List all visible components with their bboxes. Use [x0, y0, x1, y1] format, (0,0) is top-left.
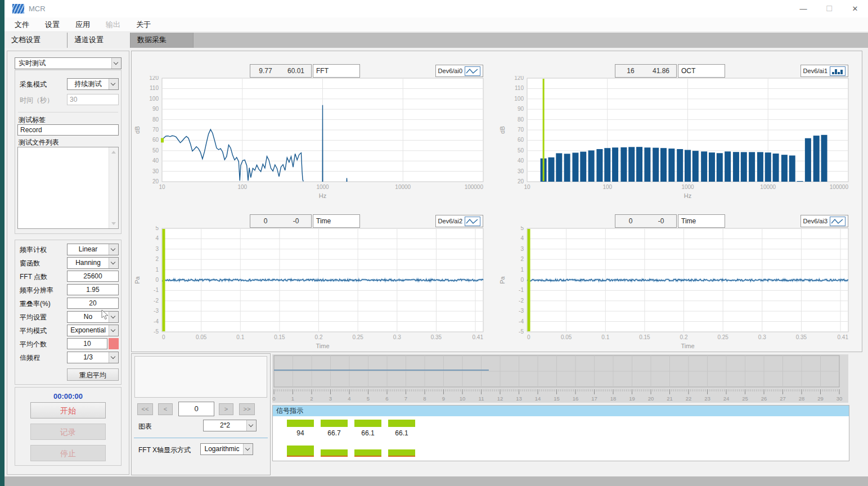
cursor-readout-value_a: 9.77: [250, 65, 281, 77]
average-setting-select[interactable]: No: [67, 311, 119, 323]
signal-level-value: 94: [287, 429, 314, 437]
svg-text:80: 80: [518, 116, 524, 123]
prev-page-button[interactable]: <: [158, 403, 173, 415]
svg-text:0: 0: [155, 277, 159, 283]
chart-layout-select[interactable]: 2*2: [203, 420, 257, 431]
tab-数据采集[interactable]: 数据采集: [131, 33, 194, 48]
menu-item-关于[interactable]: 关于: [128, 17, 159, 32]
duration-input[interactable]: [67, 94, 119, 105]
record-timeline[interactable]: 0123456789101112131415161718192021222324…: [272, 354, 848, 405]
acq-mode-select[interactable]: 持续测试: [67, 78, 119, 90]
time-ai3-chart-canvas[interactable]: -5-4-3-2-101234500.050.10.150.20.250.30.…: [497, 226, 862, 350]
window-function-select[interactable]: Hanning: [67, 257, 119, 269]
svg-text:100000: 100000: [465, 184, 484, 190]
tab-文档设置[interactable]: 文档设置: [5, 33, 68, 48]
svg-text:21: 21: [667, 395, 673, 402]
freq-weighting-select[interactable]: Linear: [67, 244, 119, 255]
chevron-down-icon[interactable]: [109, 325, 118, 336]
page-number-box[interactable]: 0: [178, 402, 214, 416]
first-page-button[interactable]: <<: [137, 403, 153, 415]
chevron-down-icon[interactable]: [109, 258, 118, 268]
signal-presence-bar: [388, 420, 415, 427]
stop-button[interactable]: 停止: [30, 445, 106, 461]
chevron-down-icon[interactable]: [109, 244, 118, 255]
bar-icon: [830, 66, 845, 76]
chevron-down-icon[interactable]: [109, 79, 118, 89]
average-mode-select[interactable]: Exponential: [67, 325, 119, 336]
freq-resolution-input[interactable]: [67, 284, 119, 295]
record-button[interactable]: 记录: [30, 424, 106, 440]
start-button[interactable]: 开始: [30, 402, 106, 418]
average-mode-label: 平均模式: [20, 326, 47, 336]
next-page-button[interactable]: >: [219, 403, 233, 415]
cursor-marker: [161, 138, 164, 142]
menu-item-设置[interactable]: 设置: [37, 17, 68, 32]
tab-通道设置[interactable]: 通道设置: [68, 33, 131, 48]
svg-text:24: 24: [723, 395, 730, 402]
time-ai2-chart-canvas[interactable]: -5-4-3-2-101234500.050.10.150.20.250.30.…: [132, 226, 497, 350]
file-list-label: 测试文件列表: [19, 138, 59, 147]
signal-level-bar: [321, 449, 348, 457]
svg-text:0: 0: [272, 395, 275, 402]
svg-text:0.2: 0.2: [680, 334, 688, 340]
test-mode-value: 实时测试: [15, 58, 111, 69]
maximize-button[interactable]: ☐: [816, 0, 842, 17]
cursor-readout-value_b: 60.01: [281, 65, 311, 77]
oct-chart-canvas[interactable]: 2030405060708090100110120101001000100001…: [497, 76, 862, 200]
test-mode-select[interactable]: 实时测试: [15, 57, 122, 69]
signal-level-value: 66.1: [388, 429, 415, 437]
oct-bar: [677, 149, 683, 182]
param-row-window-function: 窗函数Hanning: [15, 257, 121, 269]
average-setting-label: 平均设置: [20, 313, 47, 322]
scroll-up-icon[interactable]: [111, 151, 116, 154]
svg-text:10: 10: [524, 184, 530, 190]
restart-average-button[interactable]: 重启平均: [67, 368, 119, 381]
oct-bar: [572, 152, 578, 182]
test-file-list[interactable]: [17, 147, 119, 229]
channel-selector[interactable]: Dev6/ai0: [435, 65, 483, 77]
cursor-readout-value_a: 16: [615, 65, 646, 77]
scroll-down-icon[interactable]: [111, 222, 116, 225]
last-page-button[interactable]: >>: [239, 403, 255, 415]
scrollbar[interactable]: [109, 147, 118, 228]
fft-points-input[interactable]: [67, 271, 119, 282]
svg-text:29: 29: [817, 395, 824, 402]
channel-selector[interactable]: Dev6/ai2: [435, 215, 483, 227]
fft-axis-mode-select[interactable]: Logarithmic: [200, 443, 253, 455]
svg-text:0: 0: [520, 277, 524, 283]
menu-item-文件[interactable]: 文件: [7, 17, 37, 32]
chevron-down-icon[interactable]: [243, 444, 253, 454]
timeline-canvas[interactable]: 0123456789101112131415161718192021222324…: [272, 354, 848, 403]
record-label-input[interactable]: [17, 124, 119, 136]
svg-text:-3: -3: [154, 308, 159, 314]
window-controls: — ☐ ✕: [790, 0, 868, 17]
signal-presence-bar: [354, 420, 381, 427]
overlap-percent-input[interactable]: [67, 298, 119, 309]
minimize-button[interactable]: —: [790, 0, 816, 17]
svg-text:4: 4: [520, 235, 524, 241]
chevron-down-icon[interactable]: [109, 312, 118, 322]
chevron-down-icon[interactable]: [246, 420, 256, 431]
oct-bar: [653, 148, 659, 182]
svg-text:11: 11: [479, 395, 484, 402]
channel-selector[interactable]: Dev6/ai3: [800, 215, 848, 227]
menu-item-应用[interactable]: 应用: [68, 17, 98, 32]
svg-text:8: 8: [423, 395, 426, 402]
signal-presence-bar: [287, 420, 314, 427]
signal-indicator-title: 信号指示: [273, 406, 849, 416]
chevron-down-icon[interactable]: [109, 352, 118, 363]
display-control-panel: << < 0 > >> 图表 2*2 FFT X轴显示方式 Logarithmi…: [131, 353, 271, 475]
param-row-average-mode: 平均模式Exponential: [15, 325, 121, 337]
average-count-input[interactable]: [67, 338, 107, 349]
svg-text:20: 20: [648, 395, 654, 402]
channel-selector[interactable]: Dev6/ai1: [800, 65, 848, 77]
fft-chart-canvas[interactable]: 2030405060708090100110120101001000100001…: [132, 76, 497, 200]
menu-item-输出[interactable]: 输出: [98, 17, 128, 32]
acq-mode-label: 采集模式: [20, 80, 47, 89]
chevron-down-icon[interactable]: [111, 58, 121, 69]
close-button[interactable]: ✕: [842, 0, 868, 17]
svg-text:120: 120: [514, 76, 524, 81]
sidebar: 实时测试 采集模式 持续测试 时间（秒） 测试标签 测试文件列表: [7, 51, 129, 475]
octave-select[interactable]: 1/3: [67, 352, 119, 363]
svg-text:110: 110: [150, 85, 159, 91]
